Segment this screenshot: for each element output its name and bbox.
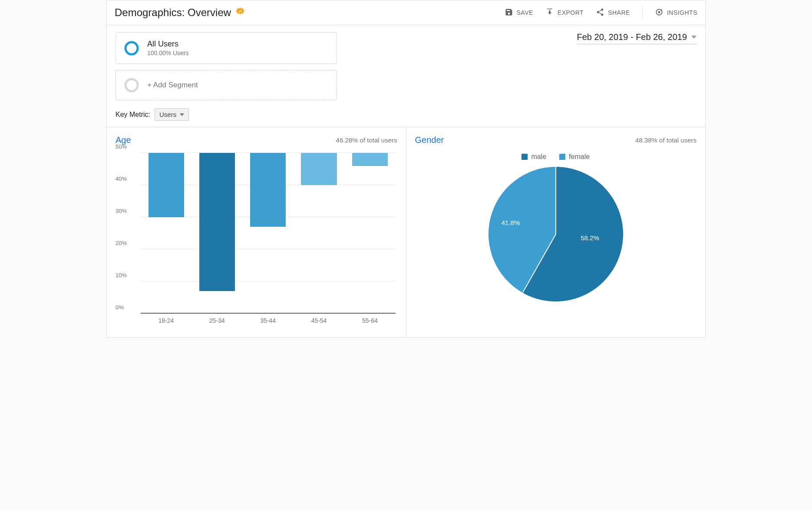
share-icon bbox=[596, 8, 604, 18]
bar[interactable] bbox=[352, 153, 388, 166]
bar-slot: 35-44 bbox=[243, 153, 294, 314]
segment-title: All Users bbox=[147, 40, 189, 49]
gender-title[interactable]: Gender bbox=[415, 135, 444, 145]
y-tick-label: 0% bbox=[116, 304, 124, 311]
legend-female-label: female bbox=[569, 153, 590, 161]
bar-slot: 25-34 bbox=[191, 153, 242, 314]
save-label: SAVE bbox=[517, 9, 533, 16]
legend-male-label: male bbox=[531, 153, 546, 161]
chevron-down-icon bbox=[180, 113, 184, 116]
insights-label: INSIGHTS bbox=[667, 9, 697, 16]
controls-row: All Users 100.00% Users + Add Segment Fe… bbox=[107, 25, 705, 100]
bar-bars: 18-2425-3435-4445-5455-64 bbox=[141, 153, 396, 314]
title-row: Demographics: Overview bbox=[115, 7, 245, 19]
chart-panels: Age 46.28% of total users 18-2425-3435-4… bbox=[107, 127, 705, 337]
segment-ring-empty-icon bbox=[124, 77, 139, 93]
export-icon bbox=[545, 8, 554, 18]
key-metric-selected: Users bbox=[159, 111, 176, 118]
add-segment-button[interactable]: + Add Segment bbox=[116, 70, 337, 100]
key-metric-select[interactable]: Users bbox=[155, 108, 189, 121]
save-button[interactable]: SAVE bbox=[505, 8, 533, 18]
gender-panel: Gender 48.38% of total users male female bbox=[406, 127, 706, 337]
segment-text: All Users 100.00% Users bbox=[147, 40, 189, 56]
verified-icon bbox=[235, 7, 245, 18]
pie-label-male: 58.2% bbox=[581, 234, 599, 242]
segment-ring-icon bbox=[124, 40, 139, 56]
age-bar-chart: 18-2425-3435-4445-5455-64 0%10%20%30%40%… bbox=[116, 153, 397, 327]
chevron-down-icon bbox=[691, 36, 696, 39]
share-button[interactable]: SHARE bbox=[596, 8, 630, 18]
export-button[interactable]: EXPORT bbox=[545, 8, 584, 18]
x-tick-label: 45-54 bbox=[311, 317, 327, 324]
bar[interactable] bbox=[199, 153, 235, 291]
swatch-male bbox=[522, 154, 528, 160]
header-actions: SAVE EXPORT SHARE INSIGHTS bbox=[505, 7, 697, 19]
date-range-picker[interactable]: Feb 20, 2019 - Feb 26, 2019 bbox=[577, 32, 696, 44]
bar[interactable] bbox=[301, 153, 337, 185]
pie-wrap: 58.2%41.8% bbox=[415, 167, 697, 301]
segment-subtitle: 100.00% Users bbox=[147, 50, 189, 56]
x-tick-label: 55-64 bbox=[362, 317, 378, 324]
x-tick-label: 25-34 bbox=[209, 317, 225, 324]
insights-icon bbox=[655, 8, 663, 18]
svg-point-2 bbox=[660, 9, 662, 11]
age-panel-head: Age 46.28% of total users bbox=[116, 135, 397, 145]
svg-point-1 bbox=[658, 11, 660, 13]
bar[interactable] bbox=[250, 153, 286, 227]
segment-all-users[interactable]: All Users 100.00% Users bbox=[116, 32, 337, 64]
pie-label-female: 41.8% bbox=[502, 219, 520, 226]
legend-female[interactable]: female bbox=[559, 153, 590, 161]
date-range-label: Feb 20, 2019 - Feb 26, 2019 bbox=[577, 32, 687, 42]
insights-button[interactable]: INSIGHTS bbox=[655, 8, 697, 18]
bar-slot: 45-54 bbox=[294, 153, 344, 314]
key-metric-label: Key Metric: bbox=[116, 111, 150, 119]
y-tick-label: 20% bbox=[116, 240, 127, 246]
age-subtitle: 46.28% of total users bbox=[336, 136, 397, 144]
page: Demographics: Overview SAVE EXPORT SHARE… bbox=[106, 0, 706, 338]
y-tick-label: 30% bbox=[116, 208, 127, 214]
gender-subtitle: 48.38% of total users bbox=[635, 136, 696, 144]
divider bbox=[642, 7, 643, 19]
age-panel: Age 46.28% of total users 18-2425-3435-4… bbox=[107, 127, 406, 337]
gender-legend: male female bbox=[415, 153, 697, 161]
bar-slot: 18-24 bbox=[141, 153, 191, 314]
x-tick-label: 35-44 bbox=[260, 317, 276, 324]
add-segment-label: + Add Segment bbox=[147, 81, 198, 89]
report-header: Demographics: Overview SAVE EXPORT SHARE… bbox=[107, 0, 705, 25]
x-tick-label: 18-24 bbox=[158, 317, 174, 324]
export-label: EXPORT bbox=[558, 9, 584, 16]
gender-pie-chart: 58.2%41.8% bbox=[489, 167, 623, 301]
swatch-female bbox=[559, 154, 565, 160]
y-tick-label: 10% bbox=[116, 272, 127, 278]
save-icon bbox=[505, 8, 513, 18]
svg-point-4 bbox=[125, 79, 138, 91]
gender-panel-head: Gender 48.38% of total users bbox=[415, 135, 697, 145]
bar[interactable] bbox=[149, 153, 184, 217]
y-tick-label: 50% bbox=[116, 143, 127, 150]
page-title: Demographics: Overview bbox=[115, 7, 231, 19]
key-metric-row: Key Metric: Users bbox=[107, 100, 705, 127]
y-tick-label: 40% bbox=[116, 176, 127, 182]
bar-slot: 55-64 bbox=[344, 153, 395, 314]
svg-point-3 bbox=[125, 42, 138, 54]
legend-male[interactable]: male bbox=[522, 153, 546, 161]
share-label: SHARE bbox=[608, 9, 630, 16]
segments-column: All Users 100.00% Users + Add Segment bbox=[116, 32, 337, 100]
